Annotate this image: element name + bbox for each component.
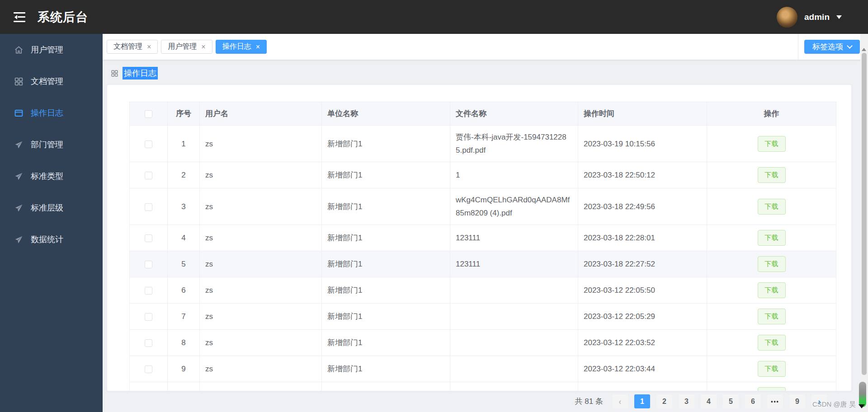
row-username-cell: zs [200, 277, 322, 304]
row-unit-cell: 新增部门1 [322, 225, 450, 251]
tab-bar: 文档管理 × 用户管理 × 操作日志 × 标签选项 [103, 34, 860, 60]
pagination-page-1[interactable]: 1 [634, 394, 650, 408]
sidebar-item-label: 操作日志 [31, 108, 63, 118]
row-no-cell: 10 [168, 382, 200, 392]
row-filename-cell: 123111 [450, 225, 578, 251]
table-row: 2 zs 新增部门1 1 2023-03-18 22:50:12 下载 [130, 162, 836, 188]
pagination-page-3[interactable]: 3 [679, 394, 694, 408]
row-action-cell: 下载 [707, 382, 836, 392]
send-icon [14, 172, 24, 181]
row-checkbox[interactable] [145, 261, 152, 268]
select-all-checkbox[interactable] [145, 110, 152, 118]
scrollbar-thumb[interactable] [862, 53, 867, 375]
sidebar-item-label: 数据统计 [31, 234, 63, 245]
row-checkbox[interactable] [145, 172, 152, 179]
hamburger-fold-triangle [12, 15, 17, 19]
send-icon [14, 235, 24, 244]
column-header-action: 操作 [707, 102, 836, 126]
pagination-page-5[interactable]: 5 [723, 394, 739, 408]
download-button[interactable]: 下载 [758, 361, 786, 377]
tag-options-button[interactable]: 标签选项 [804, 40, 860, 54]
download-button[interactable]: 下载 [758, 387, 786, 391]
download-button[interactable]: 下载 [758, 136, 786, 152]
pagination-page-2[interactable]: 2 [656, 394, 672, 408]
column-header-time: 操作时间 [578, 102, 707, 126]
pagination-page-4[interactable]: 4 [701, 394, 717, 408]
row-time-cell: 2023-03-19 10:15:56 [578, 126, 707, 162]
pagination-prev-button[interactable]: ‹ [612, 394, 628, 408]
main-area: 文档管理 × 用户管理 × 操作日志 × 标签选项 操作日志 [103, 34, 860, 412]
tab-close-icon[interactable]: × [147, 43, 151, 51]
table-row: 3 zs 新增部门1 wKg4CmQELhGARd0qAADA8Mf85m820… [130, 188, 836, 225]
sidebar-item-data-statistics[interactable]: 数据统计 [0, 224, 103, 255]
sidebar-item-standard-level[interactable]: 标准层级 [0, 192, 103, 224]
tab-document-management[interactable]: 文档管理 × [107, 40, 158, 54]
row-time-cell: 2023-03-12 22:03:52 [578, 330, 707, 356]
download-button[interactable]: 下载 [758, 256, 786, 272]
sidebar-item-standard-type[interactable]: 标准类型 [0, 160, 103, 192]
tab-user-management[interactable]: 用户管理 × [161, 40, 212, 54]
row-action-cell: 下载 [707, 251, 836, 277]
row-time-cell: 2023-03-12 22:05:29 [578, 304, 707, 330]
row-checkbox[interactable] [145, 140, 152, 148]
row-username-cell: zs [200, 251, 322, 277]
column-header-filename: 文件名称 [450, 102, 578, 126]
download-button[interactable]: 下载 [758, 167, 786, 183]
watermark-triangle-icon [859, 404, 865, 412]
hamburger-menu-icon[interactable] [14, 12, 25, 22]
row-filename-cell: wKg4CmQELhGARd0qAADA8Mf85m8209 (4).pdf [450, 188, 578, 225]
row-select-cell [130, 188, 168, 225]
hamburger-mid [14, 16, 25, 18]
row-time-cell: 2023-03-18 22:49:56 [578, 188, 707, 225]
download-button[interactable]: 下载 [758, 230, 786, 246]
row-checkbox[interactable] [145, 203, 152, 211]
download-button[interactable]: 下载 [758, 309, 786, 324]
panel-icon [14, 108, 24, 118]
watermark-pill-icon [859, 382, 866, 407]
row-no-cell: 2 [168, 162, 200, 188]
download-button[interactable]: 下载 [758, 282, 786, 298]
row-checkbox[interactable] [145, 287, 152, 295]
pagination-more-button[interactable]: ••• [767, 394, 783, 408]
hamburger-bar [14, 12, 25, 14]
row-username-cell: zs [200, 304, 322, 330]
pagination-page-6[interactable]: 6 [745, 394, 761, 408]
table-row: 7 zs 新增部门1 2023-03-12 22:05:29 下载 [130, 304, 836, 330]
column-header-no: 序号 [168, 102, 200, 126]
table-row: 1 zs 新增部门1 贾伟-本科-java开发-15947312285.pdf.… [130, 126, 836, 162]
sidebar-item-user-management[interactable]: 用户管理 [0, 34, 103, 66]
user-menu[interactable]: admin [777, 7, 842, 28]
sidebar-item-label: 标准类型 [31, 171, 63, 182]
user-avatar[interactable] [777, 7, 797, 28]
tab-operation-log[interactable]: 操作日志 × [216, 40, 267, 54]
row-username-cell: zs [200, 225, 322, 251]
scrollbar-track[interactable] [860, 34, 868, 412]
tab-close-icon[interactable]: × [201, 43, 205, 51]
tab-close-icon[interactable]: × [256, 43, 260, 51]
sidebar-item-document-management[interactable]: 文档管理 [0, 66, 103, 97]
row-no-cell: 4 [168, 225, 200, 251]
row-time-cell: 2023-03-18 22:50:12 [578, 162, 707, 188]
watermark-text: CSDN @唐 昊 [812, 400, 856, 409]
row-checkbox[interactable] [145, 313, 152, 321]
download-button[interactable]: 下载 [758, 199, 786, 215]
table-row: 10 zs 新增部门1 2023-03-12 22:03:29 下载 [130, 382, 836, 392]
chevron-down-icon [847, 43, 853, 49]
row-checkbox[interactable] [145, 234, 152, 242]
sidebar-item-operation-log[interactable]: 操作日志 [0, 97, 103, 129]
pagination-page-9[interactable]: 9 [789, 394, 805, 408]
row-checkbox[interactable] [145, 339, 152, 347]
row-select-cell [130, 162, 168, 188]
sidebar-item-department-management[interactable]: 部门管理 [0, 129, 103, 160]
tab-bar-right: 标签选项 [798, 34, 860, 60]
row-action-cell: 下载 [707, 126, 836, 162]
tab-label: 文档管理 [113, 42, 142, 52]
send-icon [14, 203, 24, 213]
table-row: 9 zs 新增部门1 2023-03-12 22:03:44 下载 [130, 356, 836, 382]
row-unit-cell: 新增部门1 [322, 356, 450, 382]
scrollbar-up-arrow-icon[interactable] [862, 46, 866, 51]
row-checkbox[interactable] [145, 365, 152, 373]
row-filename-cell [450, 382, 578, 392]
download-button[interactable]: 下载 [758, 335, 786, 351]
row-action-cell: 下载 [707, 188, 836, 225]
